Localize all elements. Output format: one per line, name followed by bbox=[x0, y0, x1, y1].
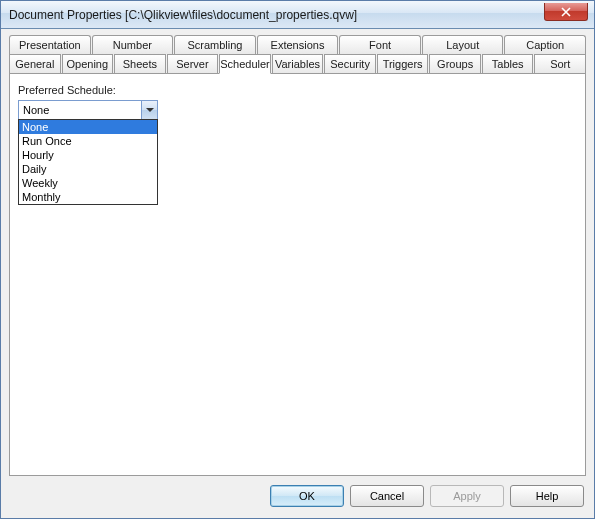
help-button[interactable]: Help bbox=[510, 485, 584, 507]
tab-security[interactable]: Security bbox=[324, 54, 376, 73]
ok-button[interactable]: OK bbox=[270, 485, 344, 507]
tab-opening[interactable]: Opening bbox=[62, 54, 114, 73]
combo-option-monthly[interactable]: Monthly bbox=[19, 190, 157, 204]
tab-panel-scheduler: Preferred Schedule: None NoneRun OnceHou… bbox=[9, 73, 586, 476]
tab-sort[interactable]: Sort bbox=[534, 54, 586, 73]
combo-dropdown[interactable]: NoneRun OnceHourlyDailyWeeklyMonthly bbox=[18, 119, 158, 205]
preferred-schedule-label: Preferred Schedule: bbox=[18, 84, 577, 96]
tab-strip: PresentationNumberScramblingExtensionsFo… bbox=[9, 35, 586, 73]
tab-row-upper: PresentationNumberScramblingExtensionsFo… bbox=[9, 35, 586, 54]
tab-caption[interactable]: Caption bbox=[504, 35, 586, 54]
dialog-button-bar: OK Cancel Apply Help bbox=[9, 476, 586, 510]
dialog-window: Document Properties [C:\Qlikview\files\d… bbox=[0, 0, 595, 519]
tab-general[interactable]: General bbox=[9, 54, 61, 73]
combo-option-none[interactable]: None bbox=[19, 120, 157, 134]
tab-number[interactable]: Number bbox=[92, 35, 174, 54]
preferred-schedule-combo[interactable]: None NoneRun OnceHourlyDailyWeeklyMonthl… bbox=[18, 100, 158, 120]
tab-groups[interactable]: Groups bbox=[429, 54, 481, 73]
close-icon bbox=[561, 7, 571, 17]
combo-display[interactable]: None bbox=[18, 100, 158, 120]
tab-scheduler[interactable]: Scheduler bbox=[219, 54, 271, 74]
titlebar[interactable]: Document Properties [C:\Qlikview\files\d… bbox=[1, 1, 594, 29]
combo-value: None bbox=[23, 104, 49, 116]
tab-font[interactable]: Font bbox=[339, 35, 421, 54]
tab-sheets[interactable]: Sheets bbox=[114, 54, 166, 73]
tab-row-lower: GeneralOpeningSheetsServerSchedulerVaria… bbox=[9, 54, 586, 73]
tab-presentation[interactable]: Presentation bbox=[9, 35, 91, 54]
tab-server[interactable]: Server bbox=[167, 54, 219, 73]
combo-option-daily[interactable]: Daily bbox=[19, 162, 157, 176]
tab-variables[interactable]: Variables bbox=[272, 54, 324, 73]
tab-extensions[interactable]: Extensions bbox=[257, 35, 339, 54]
combo-option-weekly[interactable]: Weekly bbox=[19, 176, 157, 190]
dialog-body: PresentationNumberScramblingExtensionsFo… bbox=[1, 29, 594, 518]
combo-option-hourly[interactable]: Hourly bbox=[19, 148, 157, 162]
tab-triggers[interactable]: Triggers bbox=[377, 54, 429, 73]
chevron-down-icon[interactable] bbox=[141, 100, 158, 120]
tab-tables[interactable]: Tables bbox=[482, 54, 534, 73]
combo-option-run-once[interactable]: Run Once bbox=[19, 134, 157, 148]
tab-layout[interactable]: Layout bbox=[422, 35, 504, 54]
apply-button: Apply bbox=[430, 485, 504, 507]
close-button[interactable] bbox=[544, 3, 588, 21]
tab-scrambling[interactable]: Scrambling bbox=[174, 35, 256, 54]
cancel-button[interactable]: Cancel bbox=[350, 485, 424, 507]
window-title: Document Properties [C:\Qlikview\files\d… bbox=[9, 8, 357, 22]
